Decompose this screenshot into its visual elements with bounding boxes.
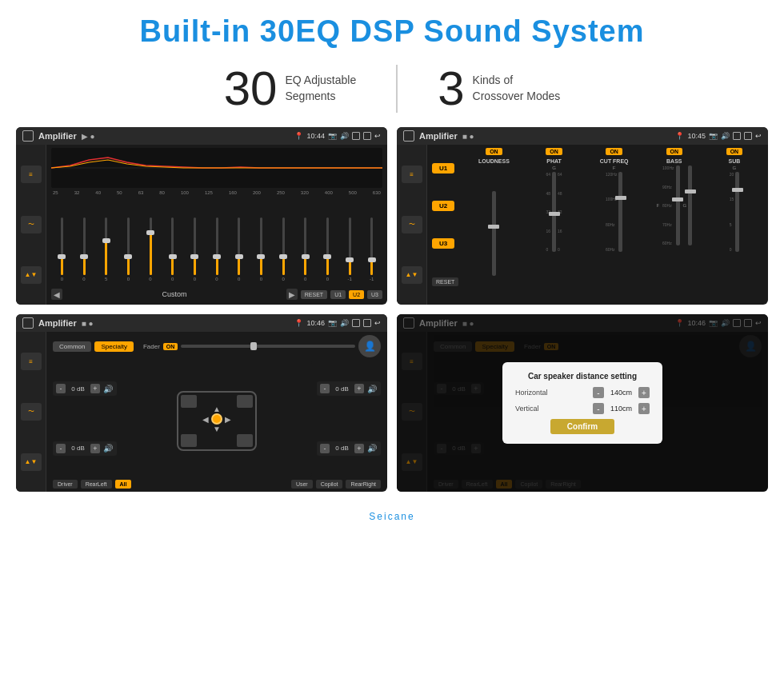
db1-plus-btn[interactable]: + — [90, 384, 100, 393]
sp-driver-btn[interactable]: Driver — [53, 480, 78, 489]
eq-slider-2[interactable]: 0 — [74, 217, 95, 281]
cx-camera-icon: 📷 — [709, 132, 718, 140]
eq-reset-btn[interactable]: RESET — [301, 290, 327, 299]
eq-slider-8[interactable]: 0 — [206, 217, 228, 281]
eq-slider-1[interactable]: 0 — [51, 217, 73, 281]
eq-slider-13[interactable]: 0 — [317, 217, 338, 281]
eq-next-btn[interactable]: ▶ — [286, 289, 298, 300]
eq-slider-11[interactable]: 0 — [273, 217, 294, 281]
arrow-up[interactable]: ▲ — [213, 405, 221, 413]
cx-reset-btn[interactable]: RESET — [432, 277, 458, 286]
vertical-plus-btn[interactable]: + — [638, 403, 650, 414]
sp-sidebar-eq-btn[interactable]: ≡ — [21, 353, 42, 370]
sp-screen-title: Amplifier — [38, 318, 77, 328]
db1-minus-btn[interactable]: - — [56, 384, 66, 393]
cx-close-icon[interactable] — [733, 132, 741, 140]
db4-minus-btn[interactable]: - — [320, 444, 330, 453]
cx-sub-name: SUB — [729, 158, 741, 164]
eq-slider-3[interactable]: 5 — [95, 217, 117, 281]
db1-value: 0 dB — [68, 385, 88, 393]
cx-u2-btn[interactable]: U2 — [432, 201, 454, 211]
eq-u2-btn[interactable]: U2 — [349, 290, 364, 299]
stat-eq: 30 EQ Adjustable Segments — [184, 65, 398, 113]
sp-common-tab[interactable]: Common — [53, 341, 91, 352]
eq-slider-10[interactable]: 0 — [250, 217, 272, 281]
cx-bass: ON BASS F 100Hz 90Hz 80Hz 70Hz 60Hz — [646, 148, 703, 301]
sp-rearright-btn[interactable]: RearRight — [346, 480, 381, 489]
back-icon[interactable]: ↩ — [374, 132, 381, 140]
eq-prev-btn[interactable]: ◀ — [51, 289, 62, 300]
cx-sidebar-wave-btn[interactable]: 〜 — [402, 216, 422, 233]
cx-home-icon[interactable] — [403, 130, 414, 142]
cx-back-icon[interactable]: ↩ — [755, 132, 762, 140]
avatar-btn[interactable]: 👤 — [358, 335, 381, 357]
eq-screen-title: Amplifier — [38, 131, 77, 141]
fader-on-btn[interactable]: ON — [163, 343, 178, 350]
eq-u1-btn[interactable]: U1 — [330, 290, 346, 299]
confirm-button[interactable]: Confirm — [550, 419, 614, 434]
sp-sidebar-vol-btn[interactable]: ▲▼ — [21, 453, 42, 471]
cx-phat-name: PHAT — [546, 158, 562, 164]
cx-loudness-on[interactable]: ON — [486, 148, 502, 155]
sp-db-control-2: - 0 dB + 🔊 — [53, 441, 117, 456]
sp-sidebar-wave-btn[interactable]: 〜 — [21, 403, 42, 421]
sp-location-icon: 📍 — [294, 319, 303, 327]
close-icon[interactable] — [352, 132, 360, 140]
sidebar-wave-btn[interactable]: 〜 — [21, 216, 42, 233]
eq-slider-14[interactable]: -1 — [339, 217, 361, 281]
horizontal-minus-btn[interactable]: - — [593, 387, 604, 398]
home-icon[interactable] — [22, 130, 34, 142]
car-center-marker — [211, 413, 222, 425]
db3-plus-btn[interactable]: + — [354, 384, 364, 393]
cx-sidebar-vol-btn[interactable]: ▲▼ — [402, 266, 422, 284]
db2-plus-btn[interactable]: + — [90, 444, 100, 453]
cx-cutfreq-on[interactable]: ON — [606, 148, 622, 155]
vertical-minus-btn[interactable]: - — [593, 403, 604, 414]
fader-track[interactable] — [181, 345, 355, 348]
sp-db-control-1: - 0 dB + 🔊 — [53, 381, 117, 396]
sp-user-btn[interactable]: User — [291, 480, 313, 489]
sp-specialty-tab[interactable]: Specialty — [94, 341, 133, 352]
eq-u3-btn[interactable]: U3 — [367, 290, 382, 299]
sp-sidebar: ≡ 〜 ▲▼ — [16, 332, 46, 492]
eq-slider-4[interactable]: 0 — [118, 217, 139, 281]
horizontal-plus-btn[interactable]: + — [638, 387, 650, 398]
cx-u1-btn[interactable]: U1 — [432, 163, 454, 173]
seat-front-left — [181, 395, 197, 408]
fader-thumb[interactable] — [250, 342, 257, 350]
cx-minimize-icon[interactable] — [744, 132, 752, 140]
sp-camera-icon: 📷 — [328, 319, 337, 327]
eq-slider-6[interactable]: 0 — [162, 217, 183, 281]
cx-u3-btn[interactable]: U3 — [432, 238, 454, 249]
arrow-left[interactable]: ◀ — [202, 414, 209, 423]
sp-rearleft-btn[interactable]: RearLeft — [81, 480, 112, 489]
cx-sub-on[interactable]: ON — [726, 148, 743, 155]
eq-slider-9[interactable]: 0 — [228, 217, 250, 281]
eq-slider-7[interactable]: 0 — [184, 217, 206, 281]
arrow-right[interactable]: ▶ — [225, 414, 231, 423]
sp-tabs-group: Common Specialty — [53, 341, 134, 352]
minimize-icon[interactable] — [363, 132, 371, 140]
sidebar-eq-btn[interactable]: ≡ — [21, 166, 42, 183]
sidebar-vol-btn[interactable]: ▲▼ — [21, 266, 42, 284]
arrow-down[interactable]: ▼ — [213, 425, 221, 433]
eq-slider-15[interactable]: -1 — [361, 217, 382, 281]
db2-minus-btn[interactable]: - — [56, 444, 66, 453]
db4-plus-btn[interactable]: + — [354, 444, 364, 453]
sp-copilot-btn[interactable]: Copilot — [316, 480, 343, 489]
cx-screen-title: Amplifier — [419, 131, 458, 141]
cx-sidebar-eq-btn[interactable]: ≡ — [402, 166, 422, 183]
sp-home-icon[interactable] — [22, 317, 34, 329]
eq-slider-5[interactable]: 0 — [140, 217, 162, 281]
eq-slider-12[interactable]: 0 — [294, 217, 316, 281]
sp-minimize-icon[interactable] — [363, 319, 371, 327]
cx-cutfreq-name: CUT FREQ — [600, 158, 629, 164]
sp-back-icon[interactable]: ↩ — [374, 319, 381, 327]
cx-loudness: ON LOUDNESS — [465, 148, 522, 301]
sp-close-icon[interactable] — [352, 319, 360, 327]
sp-all-btn[interactable]: All — [115, 480, 132, 489]
cx-topbar-dots: ■ ● — [462, 132, 474, 141]
cx-bass-on[interactable]: ON — [666, 148, 683, 155]
db3-minus-btn[interactable]: - — [320, 384, 330, 393]
cx-phat-on[interactable]: ON — [546, 148, 562, 155]
